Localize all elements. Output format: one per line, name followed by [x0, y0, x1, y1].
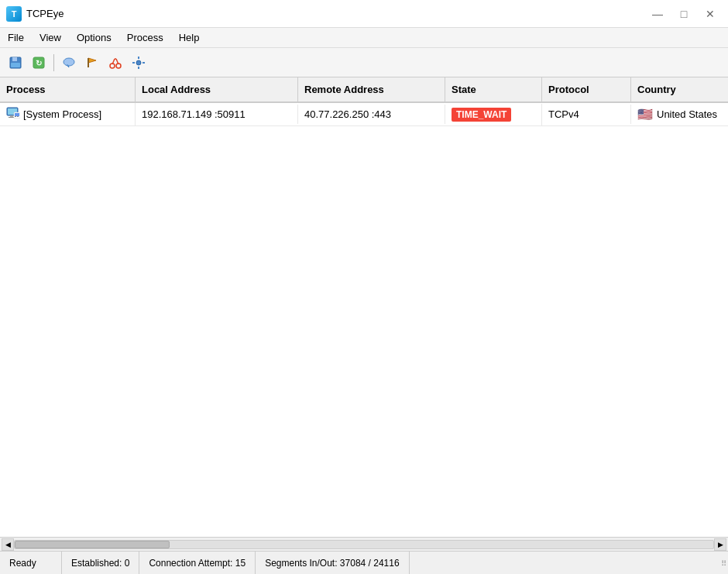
scroll-track[interactable] [14, 540, 714, 549]
svg-point-5 [64, 58, 74, 66]
svg-rect-17 [132, 62, 135, 64]
process-icon [6, 107, 20, 122]
svg-text:↻: ↻ [36, 59, 42, 67]
resize-handle[interactable]: ⠿ [716, 557, 728, 569]
status-bar: Ready Established: 0 Connection Attempt:… [0, 551, 728, 574]
col-process[interactable]: Process [0, 77, 136, 101]
svg-marker-6 [67, 65, 69, 67]
table-row[interactable]: [System Process] 192.168.71.149 :50911 4… [0, 103, 728, 126]
table-body: [System Process] 192.168.71.149 :50911 4… [0, 103, 728, 537]
svg-rect-25 [15, 116, 16, 117]
title-bar-left: T TCPEye [6, 6, 64, 22]
settings-button[interactable] [128, 52, 149, 74]
scroll-right-button[interactable]: ▶ [714, 538, 726, 551]
content-area: Process Local Address Remote Address Sta… [0, 77, 728, 537]
cell-state: TIME_WAIT [445, 104, 542, 125]
flag-button[interactable] [81, 52, 103, 74]
cell-country: 🇺🇸 United States [631, 103, 728, 125]
country-name: United States [657, 108, 717, 120]
status-segments: Segments In/Out: 37084 / 24116 [256, 552, 409, 574]
scroll-left-button[interactable]: ◀ [2, 538, 14, 551]
horizontal-scrollbar[interactable]: ◀ ▶ [0, 537, 728, 551]
col-local-address[interactable]: Local Address [136, 77, 298, 101]
us-flag-icon: 🇺🇸 [637, 107, 653, 122]
menu-view[interactable]: View [32, 29, 69, 46]
process-name: [System Process] [23, 108, 101, 120]
cell-process: [System Process] [0, 103, 136, 125]
refresh-button[interactable]: ↻ [28, 52, 50, 74]
svg-rect-24 [15, 113, 19, 116]
svg-rect-2 [11, 63, 20, 67]
connection-attempt-label: Connection Attempt: 15 [149, 558, 246, 569]
cell-remote-address: 40.77.226.250 :443 [298, 105, 445, 124]
title-bar: T TCPEye — □ ✕ [0, 0, 728, 28]
menu-process[interactable]: Process [119, 29, 171, 46]
state-badge: TIME_WAIT [452, 108, 511, 122]
menu-help[interactable]: Help [171, 29, 208, 46]
toolbar: ↻ [0, 48, 728, 77]
cell-protocol: TCPv4 [542, 105, 631, 124]
established-label: Established: 0 [71, 558, 129, 569]
segments-label: Segments In/Out: 37084 / 24116 [265, 558, 399, 569]
save-button[interactable] [5, 52, 26, 74]
comment-button[interactable] [58, 52, 80, 74]
svg-rect-1 [12, 57, 17, 61]
col-country[interactable]: Country [631, 77, 728, 101]
maximize-button[interactable]: □ [672, 5, 695, 22]
close-button[interactable]: ✕ [699, 5, 722, 22]
status-ready: Ready [0, 552, 62, 574]
window-controls: — □ ✕ [646, 5, 722, 22]
cut-button[interactable] [105, 52, 126, 74]
scroll-thumb[interactable] [15, 541, 170, 548]
col-remote-address[interactable]: Remote Address [298, 77, 445, 101]
svg-rect-16 [138, 67, 139, 69]
menu-bar: File View Options Process Help [0, 28, 728, 48]
status-connection-attempt: Connection Attempt: 15 [139, 552, 256, 574]
toolbar-separator-1 [53, 54, 54, 71]
svg-rect-18 [143, 62, 145, 64]
cell-local-address: 192.168.71.149 :50911 [136, 105, 298, 124]
minimize-button[interactable]: — [646, 5, 669, 22]
table-header: Process Local Address Remote Address Sta… [0, 77, 728, 103]
col-protocol[interactable]: Protocol [542, 77, 631, 101]
svg-point-14 [136, 60, 141, 65]
svg-rect-26 [17, 116, 19, 117]
status-established: Established: 0 [62, 552, 139, 574]
svg-rect-15 [138, 57, 139, 59]
svg-marker-7 [88, 58, 96, 63]
window-title: TCPEye [26, 8, 64, 19]
menu-options[interactable]: Options [69, 29, 119, 46]
col-state[interactable]: State [445, 77, 542, 101]
app-icon: T [6, 6, 22, 22]
menu-file[interactable]: File [0, 29, 32, 46]
